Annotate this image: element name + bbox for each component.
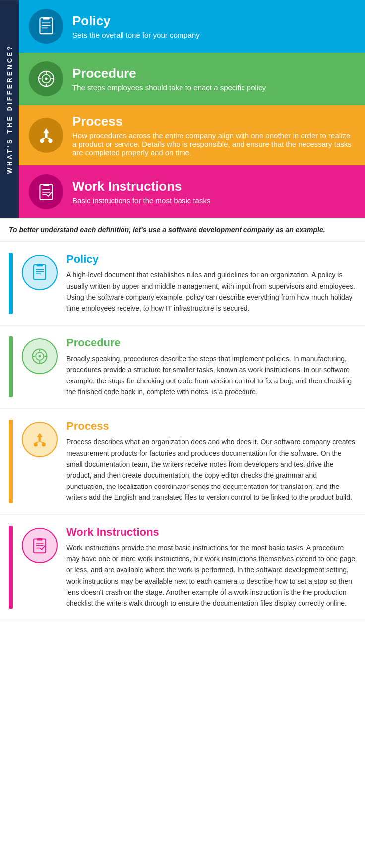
process-detail-title: Process [66,420,356,433]
work-instructions-detail-icon [22,528,58,563]
process-card-text: Process How procedures across the entire… [72,114,355,157]
process-detail-icon [22,422,58,457]
svg-line-16 [42,138,45,139]
work-instructions-bar [9,526,13,609]
svg-rect-13 [45,133,47,138]
procedure-icon [29,61,63,96]
policy-detail-content: Policy A high-level document that establ… [66,253,356,314]
bottom-section: Policy A high-level document that establ… [0,242,365,620]
policy-bar [9,253,13,314]
svg-rect-36 [39,437,41,442]
policy-card-text: Policy Sets the overall tone for your co… [72,13,200,39]
svg-marker-12 [43,128,49,133]
process-detail-item: Process Process describes what an organi… [0,409,365,514]
work-instructions-detail-text: Work instructions provide the most basic… [66,542,356,609]
process-card-subtitle: How procedures across the entire company… [72,131,355,157]
svg-rect-1 [43,17,49,20]
work-instructions-card-title: Work Instructions [72,179,210,194]
work-instructions-card-text: Work Instructions Basic instructions for… [72,179,210,205]
svg-point-15 [48,139,52,143]
policy-icon [29,9,63,44]
work-instructions-detail-item: Work Instructions Work instructions prov… [0,515,365,620]
policy-card-title: Policy [72,13,200,29]
procedure-card-text: Procedure The steps employees should tak… [72,66,266,92]
svg-line-17 [48,138,51,139]
procedure-detail-title: Procedure [66,336,356,349]
policy-card-subtitle: Sets the overall tone for your company [72,31,200,39]
svg-point-7 [45,77,47,80]
process-bar [9,420,13,503]
svg-point-38 [42,443,46,447]
policy-card: Policy Sets the overall tone for your co… [19,0,365,53]
svg-line-40 [41,442,44,443]
procedure-card: Procedure The steps employees should tak… [19,53,365,105]
process-card-title: Process [72,114,355,129]
vertical-label: WHAT'S THE DIFFERENCE? [0,0,19,218]
procedure-detail-content: Procedure Broadly speaking, procedures d… [66,336,356,398]
process-icon [29,118,63,153]
svg-point-37 [34,443,38,447]
top-section: WHAT'S THE DIFFERENCE? Policy Sets the o… [0,0,365,218]
procedure-card-title: Procedure [72,66,266,81]
procedure-detail-item: Procedure Broadly speaking, procedures d… [0,326,365,409]
procedure-card-subtitle: The steps employees should take to enact… [72,83,266,92]
procedure-detail-text: Broadly speaking, procedures describe th… [66,353,356,398]
process-card: Process How procedures across the entire… [19,105,365,165]
svg-rect-24 [37,264,43,267]
work-instructions-detail-title: Work Instructions [66,526,356,539]
svg-point-30 [39,355,41,357]
process-detail-content: Process Process describes what an organi… [66,420,356,503]
svg-rect-42 [37,538,42,540]
cards-column: Policy Sets the overall tone for your co… [19,0,365,218]
process-detail-text: Process describes what an organization d… [66,436,356,503]
procedure-detail-icon [22,338,58,374]
svg-line-39 [36,442,39,443]
policy-detail-title: Policy [66,253,356,266]
policy-detail-text: A high-level document that establishes r… [66,270,356,314]
work-instructions-icon [29,174,63,209]
work-instructions-card: Work Instructions Basic instructions for… [19,165,365,218]
svg-rect-19 [43,184,49,186]
svg-point-14 [40,139,44,143]
svg-rect-23 [34,265,46,279]
work-instructions-card-subtitle: Basic instructions for the most basic ta… [72,196,210,205]
policy-detail-icon [22,255,58,290]
work-instructions-detail-content: Work Instructions Work instructions prov… [66,526,356,609]
policy-detail-item: Policy A high-level document that establ… [0,242,365,326]
svg-marker-35 [37,433,42,438]
middle-banner: To better understand each definition, le… [0,218,365,242]
middle-banner-text: To better understand each definition, le… [9,226,356,234]
procedure-bar [9,336,13,398]
